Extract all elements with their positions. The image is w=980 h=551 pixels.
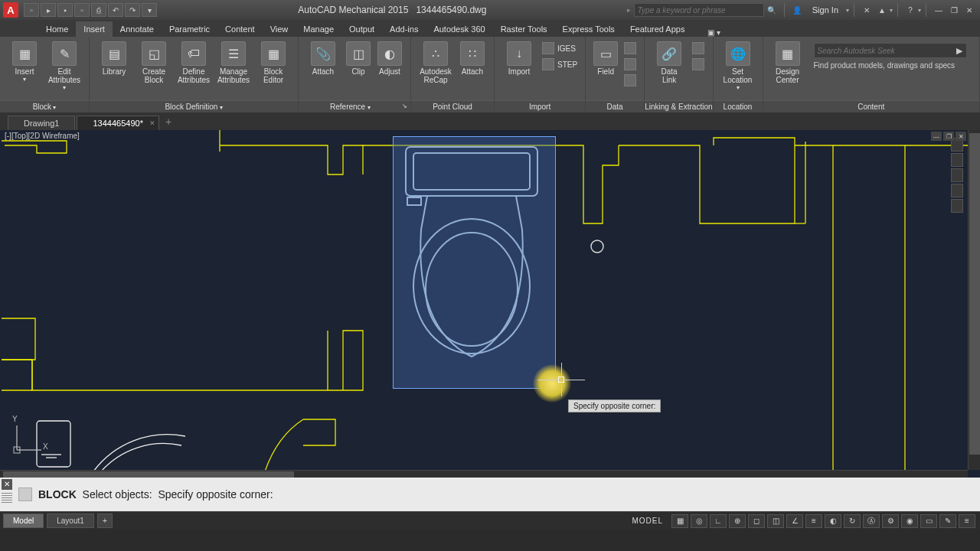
status-add-layout-button[interactable]: + [97, 514, 113, 528]
vp-close-icon[interactable]: ✕ [956, 132, 966, 141]
tab-annotate[interactable]: Annotate [113, 21, 162, 37]
doctab-close-icon[interactable]: ✕ [149, 119, 155, 127]
qat-save-icon[interactable]: ▪ [57, 3, 73, 17]
drawing-viewport[interactable]: [-][Top][2D Wireframe] — ❐ ✕ [2, 130, 968, 471]
download-source-button[interactable] [689, 57, 707, 71]
seek-go-icon[interactable]: ▶ [952, 46, 966, 56]
qat-open-icon[interactable]: ▸ [41, 3, 56, 17]
qat-more-icon[interactable]: ▾ [142, 3, 157, 17]
status-units-icon[interactable]: ▭ [920, 514, 937, 528]
status-transparency-icon[interactable]: ◐ [825, 514, 841, 528]
nav-showmotion-icon[interactable] [951, 199, 963, 213]
exchange-icon[interactable]: ✕ [861, 4, 873, 16]
tab-content[interactable]: Content [217, 21, 263, 37]
cmdline-grip-icon[interactable] [2, 493, 12, 504]
window-restore-icon[interactable]: ❐ [948, 4, 960, 16]
set-location-button[interactable]: 🌐Set Location▾ [718, 40, 758, 91]
status-model-label[interactable]: MODEL [632, 517, 663, 525]
manage-attributes-button[interactable]: ☰Manage Attributes [214, 40, 253, 84]
status-quickprops-icon[interactable]: ✎ [939, 514, 956, 528]
sign-in-link[interactable]: Sign In [812, 5, 838, 15]
data-small2-button[interactable] [621, 57, 639, 71]
block-editor-button[interactable]: ▦Block Editor [253, 40, 293, 84]
nav-pan-icon[interactable] [951, 153, 963, 167]
data-link-button[interactable]: 🔗Data Link [649, 40, 689, 84]
vertical-scrollbar[interactable] [968, 130, 980, 470]
status-cycling-icon[interactable]: ↻ [844, 514, 861, 528]
attach-button[interactable]: 📎Attach [303, 40, 343, 76]
define-attributes-button[interactable]: 🏷Define Attributes [174, 40, 214, 84]
seek-search-input[interactable] [815, 47, 952, 55]
tab-autodesk360[interactable]: Autodesk 360 [426, 21, 492, 37]
keyword-search-input[interactable] [634, 3, 764, 17]
data-small3-button[interactable] [621, 73, 639, 87]
library-button[interactable]: ▤Library [94, 40, 134, 76]
window-minimize-icon[interactable]: — [933, 4, 945, 16]
status-snap-icon[interactable]: ◎ [691, 514, 707, 528]
panel-block-definition-title[interactable]: Block Definition [90, 100, 298, 112]
status-grid-icon[interactable]: ▦ [671, 514, 688, 528]
qat-new-icon[interactable]: ▫ [24, 3, 39, 17]
user-icon[interactable]: 👤 [791, 4, 803, 16]
nav-zoom-icon[interactable] [951, 168, 963, 182]
field-button[interactable]: ▭Field [590, 40, 621, 76]
insert-block-button[interactable]: ▦Insert▾ [5, 40, 44, 83]
status-3dosnap-icon[interactable]: ◫ [767, 514, 784, 528]
extract-data-button[interactable] [689, 41, 707, 55]
viewport-controls[interactable]: [-][Top][2D Wireframe] [5, 132, 80, 140]
tab-addins[interactable]: Add-ins [382, 21, 426, 37]
window-close-icon[interactable]: ✕ [963, 4, 975, 16]
status-ortho-icon[interactable]: ∟ [710, 514, 727, 528]
data-small1-button[interactable] [621, 41, 639, 55]
tab-parametric[interactable]: Parametric [162, 21, 217, 37]
tab-featured-apps[interactable]: Featured Apps [622, 21, 693, 37]
tab-express-tools[interactable]: Express Tools [555, 21, 622, 37]
tab-manage[interactable]: Manage [296, 21, 341, 37]
app-menu-button[interactable]: A [3, 2, 18, 18]
ribbon-collapse-icon[interactable]: ▣ ▾ [707, 28, 720, 37]
status-otrack-icon[interactable]: ∠ [786, 514, 803, 528]
tab-output[interactable]: Output [341, 21, 382, 37]
search-go-icon[interactable]: 🔍 [766, 4, 778, 16]
doctab-drawing1[interactable]: Drawing1 [8, 116, 75, 130]
help-icon[interactable]: ? [904, 4, 916, 16]
status-osnap-icon[interactable]: ◻ [748, 514, 765, 528]
panel-reference-title[interactable]: Reference ↘ [299, 100, 410, 112]
status-customize-icon[interactable]: ≡ [959, 514, 975, 528]
design-center-button[interactable]: ▦Design Center [768, 40, 808, 84]
tab-view[interactable]: View [263, 21, 296, 37]
status-polar-icon[interactable]: ⊕ [729, 514, 746, 528]
status-layout1-tab[interactable]: Layout1 [47, 514, 94, 528]
pc-attach-button[interactable]: ∷Attach [456, 40, 489, 76]
tab-insert[interactable]: Insert [76, 21, 113, 37]
status-lineweight-icon[interactable]: ≡ [805, 514, 822, 528]
horizontal-scrollbar[interactable] [0, 470, 968, 478]
cmdline-close-icon[interactable]: ✕ [2, 479, 12, 490]
status-annomon-icon[interactable]: ◉ [901, 514, 918, 528]
status-workspace-icon[interactable]: ⚙ [882, 514, 899, 528]
doctab-current[interactable]: 1344465490*✕ [77, 116, 158, 130]
vp-maximize-icon[interactable]: ❐ [943, 132, 954, 141]
import-button[interactable]: ↓Import [499, 40, 539, 76]
doctab-add-button[interactable]: + [161, 113, 176, 130]
step-button[interactable]: STEP [539, 57, 580, 71]
recap-button[interactable]: ∴Autodesk ReCap [416, 40, 456, 84]
create-block-button[interactable]: ◱Create Block [134, 40, 174, 84]
command-line[interactable]: ✕ BLOCK Select objects: Specify opposite… [0, 478, 980, 511]
status-model-tab[interactable]: Model [3, 514, 44, 528]
qat-saveas-icon[interactable]: ▫ [74, 3, 90, 17]
vp-minimize-icon[interactable]: — [931, 132, 942, 141]
qat-redo-icon[interactable]: ↷ [125, 3, 140, 17]
adjust-button[interactable]: ◐Adjust [374, 40, 406, 76]
status-annotation-icon[interactable]: Ⓐ [863, 514, 880, 528]
tab-home[interactable]: Home [38, 21, 76, 37]
title-arrow-icon[interactable]: ▸ [627, 6, 631, 14]
edit-attributes-button[interactable]: ✎Edit Attributes▾ [44, 40, 84, 91]
autodesk360-icon[interactable]: ▲ [876, 4, 888, 16]
clip-button[interactable]: ◫Clip [343, 40, 374, 76]
panel-block-title[interactable]: Block [0, 100, 89, 112]
nav-orbit-icon[interactable] [951, 184, 963, 197]
tab-raster-tools[interactable]: Raster Tools [493, 21, 555, 37]
iges-button[interactable]: IGES [539, 41, 580, 55]
ucs-icon[interactable]: X Y [11, 421, 46, 458]
